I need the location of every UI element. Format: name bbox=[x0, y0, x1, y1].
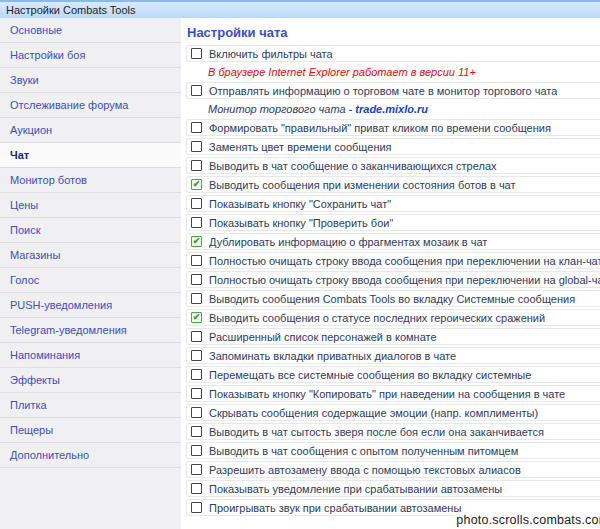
setting-label: Отправлять информацию о торговом чате в … bbox=[209, 85, 557, 97]
checkbox-icon[interactable] bbox=[191, 426, 202, 437]
setting-row[interactable]: Показывать кнопку "Сохранить чат" bbox=[186, 195, 600, 212]
setting-row[interactable]: Выводить в чат сообщения с опытом получе… bbox=[186, 442, 600, 459]
setting-label: Разрешить автозамену ввода с помощью тек… bbox=[209, 464, 521, 476]
sidebar-item-10[interactable]: Голос bbox=[0, 268, 181, 293]
setting-label: Показывать кнопку "Сохранить чат" bbox=[209, 198, 391, 210]
checkbox-icon[interactable] bbox=[191, 350, 202, 361]
info-note: Монитор торгового чата - trade.mixlo.ru bbox=[186, 101, 600, 119]
checkbox-icon[interactable] bbox=[191, 483, 202, 494]
setting-label: Выводить сообщения при изменении состоян… bbox=[209, 179, 516, 191]
sidebar-item-3[interactable]: Отслеживание форума bbox=[0, 93, 181, 118]
setting-row[interactable]: Полностью очищать строку ввода сообщения… bbox=[186, 271, 600, 288]
setting-row[interactable]: Включить фильтры чата bbox=[186, 45, 600, 62]
settings-sidebar: ОсновныеНастройки бояЗвукиОтслеживание ф… bbox=[0, 18, 181, 529]
setting-row[interactable]: Формировать "правильный" приват кликом п… bbox=[186, 119, 600, 136]
setting-label: Выводить сообщения о статусе последних г… bbox=[209, 312, 545, 324]
sidebar-item-13[interactable]: Напоминания bbox=[0, 343, 181, 368]
checkbox-icon[interactable] bbox=[191, 85, 202, 96]
setting-row[interactable]: Показывать кнопку "Проверить бои" bbox=[186, 214, 600, 231]
setting-label: Расширенный список персонажей в комнате bbox=[209, 331, 437, 343]
watermark-text: photo.scrolls.combats.com bbox=[454, 513, 600, 527]
setting-row[interactable]: ✔ Дублировать информацию о фрагментах мо… bbox=[186, 233, 600, 250]
checkbox-checked-icon[interactable]: ✔ bbox=[191, 236, 202, 247]
combats-tools-settings-window: Настройки Combats Tools ОсновныеНастройк… bbox=[0, 0, 600, 529]
setting-row[interactable]: Перемещать все системные сообщения во вк… bbox=[186, 366, 600, 383]
setting-label: Показывать кнопку "Проверить бои" bbox=[209, 217, 393, 229]
sidebar-item-5[interactable]: Чат bbox=[0, 143, 181, 168]
setting-row[interactable]: Расширенный список персонажей в комнате bbox=[186, 328, 600, 345]
sidebar-item-11[interactable]: PUSH-уведомления bbox=[0, 293, 181, 318]
sidebar-item-8[interactable]: Поиск bbox=[0, 218, 181, 243]
checkbox-icon[interactable] bbox=[191, 198, 202, 209]
settings-content: Настройки чата Включить фильтры чата В б… bbox=[181, 18, 600, 529]
page-title: Настройки чата bbox=[187, 25, 600, 40]
setting-row[interactable]: Показывать уведомление при срабатывании … bbox=[186, 480, 600, 497]
sidebar-item-0[interactable]: Основные bbox=[0, 18, 181, 43]
checkbox-icon[interactable] bbox=[191, 369, 202, 380]
checkbox-icon[interactable] bbox=[191, 255, 202, 266]
checkbox-icon[interactable] bbox=[191, 464, 202, 475]
sidebar-item-4[interactable]: Аукцион bbox=[0, 118, 181, 143]
setting-label: Проигрывать звук при срабатывании автоза… bbox=[209, 502, 461, 514]
sidebar-item-7[interactable]: Цены bbox=[0, 193, 181, 218]
sidebar-item-16[interactable]: Пещеры bbox=[0, 418, 181, 443]
setting-row[interactable]: Выводить в чат сытость зверя после боя е… bbox=[186, 423, 600, 440]
setting-label: Полностью очищать строку ввода сообщения… bbox=[209, 274, 600, 286]
checkbox-icon[interactable] bbox=[191, 407, 202, 418]
checkbox-checked-icon[interactable]: ✔ bbox=[191, 312, 202, 323]
setting-label: Заменять цвет времени сообщения bbox=[209, 141, 392, 153]
checkbox-icon[interactable] bbox=[191, 122, 202, 133]
settings-rows: Включить фильтры чата В браузере Interne… bbox=[186, 45, 600, 516]
setting-label: Перемещать все системные сообщения во вк… bbox=[209, 369, 531, 381]
setting-row[interactable]: Заменять цвет времени сообщения bbox=[186, 138, 600, 155]
setting-label: Дублировать информацию о фрагментах моза… bbox=[209, 236, 487, 248]
checkbox-icon[interactable] bbox=[191, 331, 202, 342]
checkbox-checked-icon[interactable]: ✔ bbox=[191, 179, 202, 190]
setting-row[interactable]: Отправлять информацию о торговом чате в … bbox=[186, 82, 600, 99]
sidebar-item-14[interactable]: Эффекты bbox=[0, 368, 181, 393]
sidebar-item-15[interactable]: Плитка bbox=[0, 393, 181, 418]
setting-row[interactable]: Выводить сообщения Combats Tools во вкла… bbox=[186, 290, 600, 307]
setting-label: Выводить сообщения Combats Tools во вкла… bbox=[209, 293, 575, 305]
checkbox-icon[interactable] bbox=[191, 274, 202, 285]
setting-label: Показывать уведомление при срабатывании … bbox=[209, 483, 502, 495]
setting-label: Показывать кнопку "Копировать" при навед… bbox=[209, 388, 565, 400]
sidebar-item-9[interactable]: Магазины bbox=[0, 243, 181, 268]
trade-monitor-link[interactable]: trade.mixlo.ru bbox=[355, 103, 428, 115]
checkbox-icon[interactable] bbox=[191, 502, 202, 513]
setting-row[interactable]: Показывать кнопку "Копировать" при навед… bbox=[186, 385, 600, 402]
window-title: Настройки Combats Tools bbox=[6, 4, 136, 16]
setting-row[interactable]: Полностью очищать строку ввода сообщения… bbox=[186, 252, 600, 269]
setting-row[interactable]: Запоминать вкладки приватных диалогов в … bbox=[186, 347, 600, 364]
checkbox-icon[interactable] bbox=[191, 48, 202, 59]
main-layout: ОсновныеНастройки бояЗвукиОтслеживание ф… bbox=[0, 18, 600, 529]
window-title-bar: Настройки Combats Tools bbox=[0, 0, 600, 18]
sidebar-item-12[interactable]: Telegram-уведомления bbox=[0, 318, 181, 343]
setting-row[interactable]: Выводить в чат сообщение о заканчивающих… bbox=[186, 157, 600, 174]
setting-label: Запоминать вкладки приватных диалогов в … bbox=[209, 350, 456, 362]
checkbox-icon[interactable] bbox=[191, 445, 202, 456]
setting-label: Формировать "правильный" приват кликом п… bbox=[209, 122, 551, 134]
setting-row[interactable]: ✔ Выводить сообщения о статусе последних… bbox=[186, 309, 600, 326]
setting-row[interactable]: ✔ Выводить сообщения при изменении состо… bbox=[186, 176, 600, 193]
checkbox-icon[interactable] bbox=[191, 388, 202, 399]
setting-row[interactable]: Скрывать сообщения содержащие эмоции (на… bbox=[186, 404, 600, 421]
setting-label: Выводить в чат сообщения с опытом получе… bbox=[209, 445, 518, 457]
setting-label: Включить фильтры чата bbox=[209, 48, 333, 60]
setting-label: Выводить в чат сообщение о заканчивающих… bbox=[209, 160, 497, 172]
setting-row[interactable]: Разрешить автозамену ввода с помощью тек… bbox=[186, 461, 600, 478]
setting-label: Скрывать сообщения содержащие эмоции (на… bbox=[209, 407, 538, 419]
sidebar-item-17[interactable]: Дополнительно bbox=[0, 443, 181, 468]
info-note-text: Монитор торгового чата - bbox=[208, 103, 355, 115]
checkbox-icon[interactable] bbox=[191, 293, 202, 304]
setting-label: Выводить в чат сытость зверя после боя е… bbox=[209, 426, 544, 438]
sidebar-item-2[interactable]: Звуки bbox=[0, 68, 181, 93]
checkbox-icon[interactable] bbox=[191, 160, 202, 171]
checkbox-icon[interactable] bbox=[191, 141, 202, 152]
sidebar-item-6[interactable]: Монитор ботов bbox=[0, 168, 181, 193]
checkbox-icon[interactable] bbox=[191, 217, 202, 228]
sidebar-item-1[interactable]: Настройки боя bbox=[0, 43, 181, 68]
setting-label: Полностью очищать строку ввода сообщения… bbox=[209, 255, 600, 267]
warning-note: В браузере Internet Explorer работает в … bbox=[186, 64, 600, 82]
